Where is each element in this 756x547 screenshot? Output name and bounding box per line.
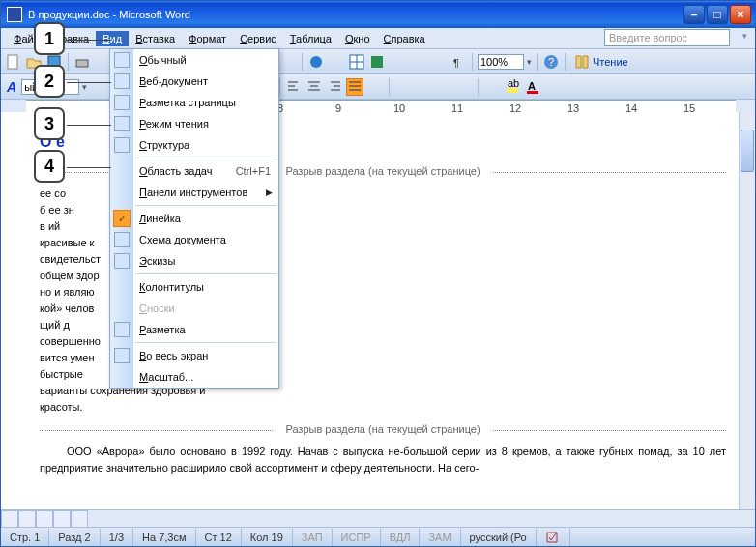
view-menu-во-весь-экран[interactable]: Во весь экран xyxy=(110,345,278,366)
menu-item-icon xyxy=(114,73,130,89)
scroll-thumb[interactable] xyxy=(741,130,754,172)
view-menu-разметка-страницы[interactable]: Разметка страницы xyxy=(110,92,278,113)
menu-item-icon xyxy=(114,137,130,153)
vertical-scrollbar[interactable] xyxy=(739,112,755,509)
web-view-button[interactable] xyxy=(18,510,36,528)
status-section[interactable]: Разд 2 xyxy=(49,529,100,546)
view-menu-режим-чтения[interactable]: Режим чтения xyxy=(110,113,278,134)
reading-view-button[interactable] xyxy=(71,510,88,528)
menu-формат[interactable]: Формат xyxy=(182,31,233,46)
view-menu-колонтитулы[interactable]: Колонтитулы xyxy=(110,276,278,298)
callout-3: 3 xyxy=(34,107,65,140)
menu-item-icon xyxy=(114,232,130,247)
callouts: 1234 xyxy=(34,22,65,192)
insert-table-icon[interactable] xyxy=(348,53,365,71)
svg-text:¶: ¶ xyxy=(453,57,459,69)
indent-icon[interactable] xyxy=(455,78,473,96)
view-switch-bar xyxy=(1,509,755,527)
status-rec[interactable]: ЗАП xyxy=(293,529,333,546)
menu-сервис[interactable]: Сервис xyxy=(233,31,283,46)
view-menu-разметка[interactable]: Разметка xyxy=(110,319,278,340)
new-icon[interactable] xyxy=(5,53,22,71)
book-icon xyxy=(574,54,590,70)
menu-bar: ФайлПравкаВидВставкаФорматСервисТаблицаО… xyxy=(1,28,755,49)
align-justify-icon[interactable] xyxy=(346,78,363,96)
menu-item-label: Область задач xyxy=(139,165,212,177)
word-icon xyxy=(7,7,22,22)
menu-item-label: Масштаб... xyxy=(139,371,193,383)
view-menu-веб-документ[interactable]: Веб-документ xyxy=(110,71,278,92)
status-ovr[interactable]: ЗАМ xyxy=(420,529,460,546)
view-menu-структура[interactable]: Структура xyxy=(110,134,278,156)
menu-item-label: Эскизы xyxy=(139,255,175,267)
menu-вид[interactable]: Вид xyxy=(96,31,129,46)
status-spell-icon[interactable] xyxy=(537,529,570,546)
menu-справка[interactable]: Справка xyxy=(377,31,432,46)
styles-icon[interactable]: A xyxy=(5,79,18,95)
redo-icon[interactable] xyxy=(279,53,297,71)
view-menu-схема-документа[interactable]: Схема документа xyxy=(110,229,278,250)
tables-borders-icon[interactable] xyxy=(328,53,345,71)
doc-paragraph-2: ООО «Аврора» было основано в 1992 году. … xyxy=(40,444,726,476)
bulleted-list-icon[interactable] xyxy=(415,78,432,96)
minimize-button[interactable]: – xyxy=(683,5,705,24)
view-menu-область-задач[interactable]: Область задачCtrl+F1 xyxy=(110,160,278,182)
align-center-icon[interactable] xyxy=(305,78,323,96)
status-col[interactable]: Кол 19 xyxy=(242,529,293,546)
status-page[interactable]: Стр. 1 xyxy=(1,529,49,546)
svg-rect-2 xyxy=(76,60,88,67)
align-left-icon[interactable] xyxy=(285,78,303,96)
status-ext[interactable]: ВДЛ xyxy=(381,529,421,546)
normal-view-button[interactable] xyxy=(1,510,18,528)
callout-4: 4 xyxy=(34,150,65,183)
line-spacing-icon[interactable] xyxy=(366,78,384,96)
help-icon[interactable]: ? xyxy=(542,53,560,71)
menu-item-icon xyxy=(114,322,130,337)
columns-icon[interactable] xyxy=(389,53,406,71)
menu-item-label: Линейка xyxy=(139,213,181,224)
menu-таблица[interactable]: Таблица xyxy=(283,31,338,46)
menu-item-label: Сноски xyxy=(139,302,175,314)
svg-point-4 xyxy=(310,56,322,68)
view-menu-панели-инструментов[interactable]: Панели инструментов▶ xyxy=(110,182,278,203)
svg-rect-8 xyxy=(371,56,383,68)
numbered-list-icon[interactable] xyxy=(394,78,412,96)
close-button[interactable]: × xyxy=(730,5,751,24)
status-lang[interactable]: русский (Ро xyxy=(461,529,537,546)
hyperlink-icon[interactable] xyxy=(307,53,325,71)
maximize-button[interactable]: □ xyxy=(707,5,728,24)
section-break-2: Разрыв раздела (на текущей странице) xyxy=(40,421,726,438)
status-bar: Стр. 1 Разд 2 1/3 На 7,3см Ст 12 Кол 19 … xyxy=(1,527,755,546)
view-menu-эскизы[interactable]: Эскизы xyxy=(110,250,278,272)
status-pages[interactable]: 1/3 xyxy=(101,529,133,546)
borders-icon[interactable] xyxy=(483,78,501,96)
reading-layout-button[interactable]: Чтение xyxy=(570,54,632,70)
highlight-icon[interactable]: ab xyxy=(504,78,521,96)
showhide-icon[interactable]: ¶ xyxy=(450,53,467,71)
view-menu-масштаб-[interactable]: Масштаб... xyxy=(110,366,278,388)
menu-item-label: Структура xyxy=(139,139,189,151)
zoom-combo[interactable]: 100% xyxy=(478,54,524,70)
font-color-icon[interactable]: A xyxy=(524,78,541,96)
help-search-input[interactable]: Введите вопрос xyxy=(604,29,730,46)
view-menu-линейка[interactable]: ✓Линейка xyxy=(110,208,278,229)
window-title: В продукции.doc - Microsoft Word xyxy=(28,9,190,20)
menu-item-label: Режим чтения xyxy=(139,118,209,130)
status-at[interactable]: На 7,3см xyxy=(133,529,195,546)
outdent-icon[interactable] xyxy=(435,78,452,96)
align-right-icon[interactable] xyxy=(326,78,343,96)
print-view-button[interactable] xyxy=(36,510,53,528)
print-icon[interactable] xyxy=(73,53,91,71)
excel-icon[interactable] xyxy=(368,53,386,71)
docmap-icon[interactable] xyxy=(429,53,447,71)
drawing-icon[interactable] xyxy=(409,53,426,71)
menubar-chevron-icon[interactable]: ▾ xyxy=(742,31,747,41)
svg-text:?: ? xyxy=(548,56,554,68)
menu-окно[interactable]: Окно xyxy=(338,31,377,46)
menu-вставка[interactable]: Вставка xyxy=(129,31,182,46)
status-line[interactable]: Ст 12 xyxy=(196,529,242,546)
status-trk[interactable]: ИСПР xyxy=(333,529,381,546)
outline-view-button[interactable] xyxy=(53,510,71,528)
view-menu-обычный[interactable]: Обычный xyxy=(110,49,278,71)
menu-item-label: Разметка xyxy=(139,324,186,335)
